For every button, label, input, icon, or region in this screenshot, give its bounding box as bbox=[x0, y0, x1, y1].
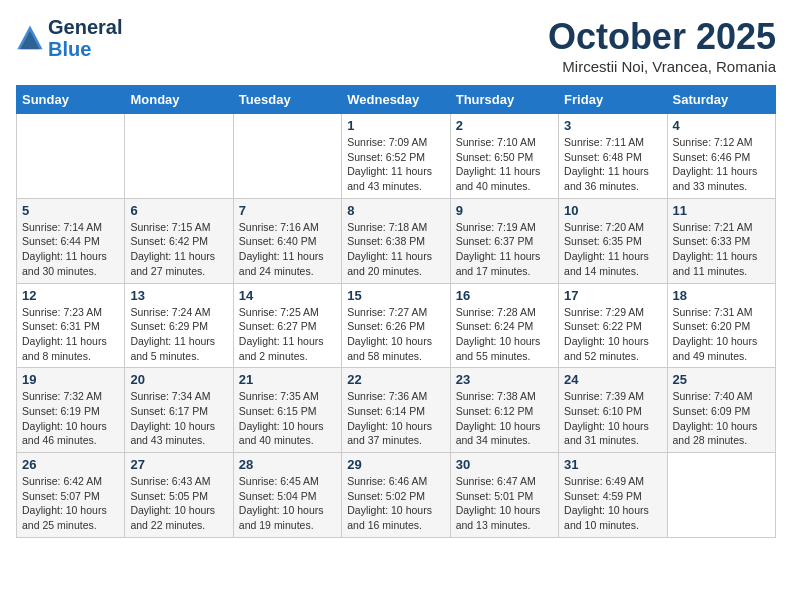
calendar-cell: 26Sunrise: 6:42 AMSunset: 5:07 PMDayligh… bbox=[17, 453, 125, 538]
day-info: Sunrise: 7:12 AMSunset: 6:46 PMDaylight:… bbox=[673, 135, 770, 194]
day-number: 9 bbox=[456, 203, 553, 218]
calendar-cell: 29Sunrise: 6:46 AMSunset: 5:02 PMDayligh… bbox=[342, 453, 450, 538]
calendar-week-row: 5Sunrise: 7:14 AMSunset: 6:44 PMDaylight… bbox=[17, 198, 776, 283]
calendar-cell: 17Sunrise: 7:29 AMSunset: 6:22 PMDayligh… bbox=[559, 283, 667, 368]
calendar-cell: 31Sunrise: 6:49 AMSunset: 4:59 PMDayligh… bbox=[559, 453, 667, 538]
calendar-cell: 6Sunrise: 7:15 AMSunset: 6:42 PMDaylight… bbox=[125, 198, 233, 283]
day-number: 7 bbox=[239, 203, 336, 218]
day-info: Sunrise: 7:31 AMSunset: 6:20 PMDaylight:… bbox=[673, 305, 770, 364]
day-info: Sunrise: 7:20 AMSunset: 6:35 PMDaylight:… bbox=[564, 220, 661, 279]
logo-general-text: General bbox=[48, 16, 122, 38]
day-info: Sunrise: 6:46 AMSunset: 5:02 PMDaylight:… bbox=[347, 474, 444, 533]
day-number: 30 bbox=[456, 457, 553, 472]
day-number: 28 bbox=[239, 457, 336, 472]
day-info: Sunrise: 7:38 AMSunset: 6:12 PMDaylight:… bbox=[456, 389, 553, 448]
day-info: Sunrise: 7:16 AMSunset: 6:40 PMDaylight:… bbox=[239, 220, 336, 279]
day-info: Sunrise: 7:39 AMSunset: 6:10 PMDaylight:… bbox=[564, 389, 661, 448]
day-info: Sunrise: 6:45 AMSunset: 5:04 PMDaylight:… bbox=[239, 474, 336, 533]
day-info: Sunrise: 7:32 AMSunset: 6:19 PMDaylight:… bbox=[22, 389, 119, 448]
day-info: Sunrise: 6:43 AMSunset: 5:05 PMDaylight:… bbox=[130, 474, 227, 533]
title-block: October 2025 Mircestii Noi, Vrancea, Rom… bbox=[548, 16, 776, 75]
weekday-header-friday: Friday bbox=[559, 86, 667, 114]
day-info: Sunrise: 7:27 AMSunset: 6:26 PMDaylight:… bbox=[347, 305, 444, 364]
weekday-header-saturday: Saturday bbox=[667, 86, 775, 114]
day-info: Sunrise: 7:36 AMSunset: 6:14 PMDaylight:… bbox=[347, 389, 444, 448]
day-info: Sunrise: 7:29 AMSunset: 6:22 PMDaylight:… bbox=[564, 305, 661, 364]
calendar-cell: 25Sunrise: 7:40 AMSunset: 6:09 PMDayligh… bbox=[667, 368, 775, 453]
day-info: Sunrise: 7:10 AMSunset: 6:50 PMDaylight:… bbox=[456, 135, 553, 194]
calendar-cell: 14Sunrise: 7:25 AMSunset: 6:27 PMDayligh… bbox=[233, 283, 341, 368]
day-number: 1 bbox=[347, 118, 444, 133]
calendar-cell: 21Sunrise: 7:35 AMSunset: 6:15 PMDayligh… bbox=[233, 368, 341, 453]
day-number: 17 bbox=[564, 288, 661, 303]
day-number: 22 bbox=[347, 372, 444, 387]
calendar-cell: 4Sunrise: 7:12 AMSunset: 6:46 PMDaylight… bbox=[667, 114, 775, 199]
weekday-header-sunday: Sunday bbox=[17, 86, 125, 114]
day-number: 5 bbox=[22, 203, 119, 218]
day-info: Sunrise: 7:25 AMSunset: 6:27 PMDaylight:… bbox=[239, 305, 336, 364]
day-info: Sunrise: 6:47 AMSunset: 5:01 PMDaylight:… bbox=[456, 474, 553, 533]
day-number: 25 bbox=[673, 372, 770, 387]
day-info: Sunrise: 7:18 AMSunset: 6:38 PMDaylight:… bbox=[347, 220, 444, 279]
day-info: Sunrise: 7:09 AMSunset: 6:52 PMDaylight:… bbox=[347, 135, 444, 194]
day-number: 23 bbox=[456, 372, 553, 387]
day-number: 24 bbox=[564, 372, 661, 387]
day-number: 4 bbox=[673, 118, 770, 133]
day-info: Sunrise: 7:15 AMSunset: 6:42 PMDaylight:… bbox=[130, 220, 227, 279]
calendar-cell: 23Sunrise: 7:38 AMSunset: 6:12 PMDayligh… bbox=[450, 368, 558, 453]
calendar-cell bbox=[667, 453, 775, 538]
calendar-cell: 3Sunrise: 7:11 AMSunset: 6:48 PMDaylight… bbox=[559, 114, 667, 199]
day-info: Sunrise: 7:11 AMSunset: 6:48 PMDaylight:… bbox=[564, 135, 661, 194]
day-number: 19 bbox=[22, 372, 119, 387]
day-number: 29 bbox=[347, 457, 444, 472]
page-header: General Blue October 2025 Mircestii Noi,… bbox=[16, 16, 776, 75]
day-number: 27 bbox=[130, 457, 227, 472]
calendar-cell: 1Sunrise: 7:09 AMSunset: 6:52 PMDaylight… bbox=[342, 114, 450, 199]
day-number: 15 bbox=[347, 288, 444, 303]
day-number: 20 bbox=[130, 372, 227, 387]
weekday-header-tuesday: Tuesday bbox=[233, 86, 341, 114]
calendar-cell: 28Sunrise: 6:45 AMSunset: 5:04 PMDayligh… bbox=[233, 453, 341, 538]
day-number: 13 bbox=[130, 288, 227, 303]
day-number: 11 bbox=[673, 203, 770, 218]
weekday-header-wednesday: Wednesday bbox=[342, 86, 450, 114]
calendar-cell: 20Sunrise: 7:34 AMSunset: 6:17 PMDayligh… bbox=[125, 368, 233, 453]
weekday-header-monday: Monday bbox=[125, 86, 233, 114]
day-number: 31 bbox=[564, 457, 661, 472]
calendar-cell: 27Sunrise: 6:43 AMSunset: 5:05 PMDayligh… bbox=[125, 453, 233, 538]
day-number: 14 bbox=[239, 288, 336, 303]
calendar-week-row: 26Sunrise: 6:42 AMSunset: 5:07 PMDayligh… bbox=[17, 453, 776, 538]
calendar-cell: 19Sunrise: 7:32 AMSunset: 6:19 PMDayligh… bbox=[17, 368, 125, 453]
calendar-cell: 7Sunrise: 7:16 AMSunset: 6:40 PMDaylight… bbox=[233, 198, 341, 283]
day-number: 10 bbox=[564, 203, 661, 218]
calendar-cell: 22Sunrise: 7:36 AMSunset: 6:14 PMDayligh… bbox=[342, 368, 450, 453]
calendar-cell bbox=[125, 114, 233, 199]
calendar-table: SundayMondayTuesdayWednesdayThursdayFrid… bbox=[16, 85, 776, 538]
day-info: Sunrise: 7:24 AMSunset: 6:29 PMDaylight:… bbox=[130, 305, 227, 364]
weekday-header-row: SundayMondayTuesdayWednesdayThursdayFrid… bbox=[17, 86, 776, 114]
day-info: Sunrise: 7:23 AMSunset: 6:31 PMDaylight:… bbox=[22, 305, 119, 364]
day-info: Sunrise: 7:34 AMSunset: 6:17 PMDaylight:… bbox=[130, 389, 227, 448]
day-number: 26 bbox=[22, 457, 119, 472]
day-number: 6 bbox=[130, 203, 227, 218]
day-number: 12 bbox=[22, 288, 119, 303]
location-subtitle: Mircestii Noi, Vrancea, Romania bbox=[548, 58, 776, 75]
calendar-cell: 2Sunrise: 7:10 AMSunset: 6:50 PMDaylight… bbox=[450, 114, 558, 199]
day-info: Sunrise: 6:49 AMSunset: 4:59 PMDaylight:… bbox=[564, 474, 661, 533]
day-info: Sunrise: 6:42 AMSunset: 5:07 PMDaylight:… bbox=[22, 474, 119, 533]
day-number: 21 bbox=[239, 372, 336, 387]
calendar-cell: 15Sunrise: 7:27 AMSunset: 6:26 PMDayligh… bbox=[342, 283, 450, 368]
day-info: Sunrise: 7:21 AMSunset: 6:33 PMDaylight:… bbox=[673, 220, 770, 279]
calendar-week-row: 1Sunrise: 7:09 AMSunset: 6:52 PMDaylight… bbox=[17, 114, 776, 199]
calendar-cell: 13Sunrise: 7:24 AMSunset: 6:29 PMDayligh… bbox=[125, 283, 233, 368]
day-info: Sunrise: 7:40 AMSunset: 6:09 PMDaylight:… bbox=[673, 389, 770, 448]
day-number: 16 bbox=[456, 288, 553, 303]
day-info: Sunrise: 7:35 AMSunset: 6:15 PMDaylight:… bbox=[239, 389, 336, 448]
calendar-cell: 24Sunrise: 7:39 AMSunset: 6:10 PMDayligh… bbox=[559, 368, 667, 453]
month-title: October 2025 bbox=[548, 16, 776, 58]
calendar-cell: 8Sunrise: 7:18 AMSunset: 6:38 PMDaylight… bbox=[342, 198, 450, 283]
day-info: Sunrise: 7:14 AMSunset: 6:44 PMDaylight:… bbox=[22, 220, 119, 279]
calendar-cell bbox=[17, 114, 125, 199]
logo-icon bbox=[16, 24, 44, 52]
day-info: Sunrise: 7:19 AMSunset: 6:37 PMDaylight:… bbox=[456, 220, 553, 279]
